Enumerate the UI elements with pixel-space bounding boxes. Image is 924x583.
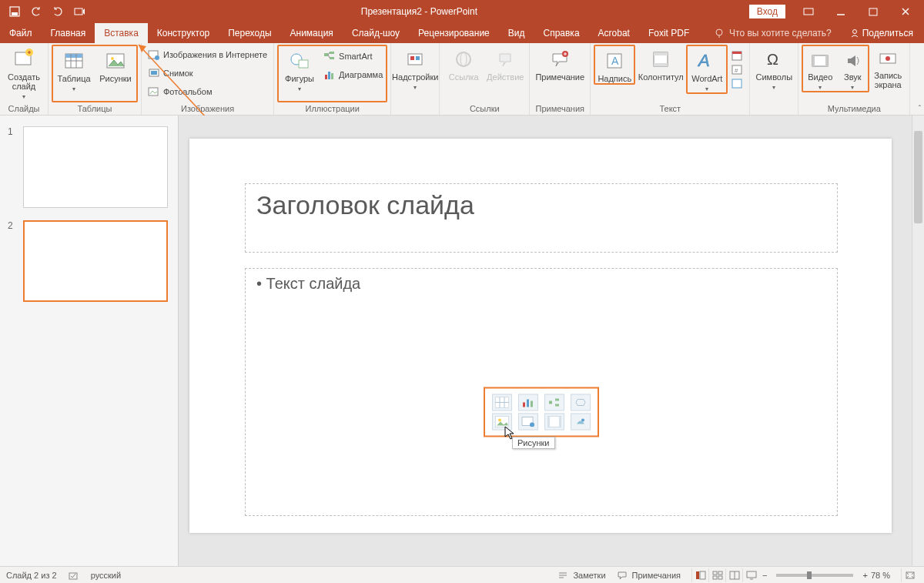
vertical-scrollbar[interactable] (912, 116, 924, 566)
undo-icon[interactable] (26, 2, 46, 22)
symbols-button[interactable]: Ω Символы (753, 45, 795, 91)
comment-button[interactable]: Примечание (533, 45, 587, 82)
slide-thumbnails: 1 2 (0, 116, 179, 566)
new-slide-button[interactable]: Создать слайд (3, 45, 45, 100)
pictures-button[interactable]: Рисунки (95, 46, 136, 83)
tab-animations[interactable]: Анимация (281, 23, 343, 43)
audio-button[interactable]: Звук (837, 46, 868, 91)
object-icon[interactable] (731, 77, 743, 89)
start-from-beginning-icon[interactable] (69, 2, 89, 22)
tab-help[interactable]: Справка (534, 23, 588, 43)
notes-button[interactable]: Заметки (557, 571, 605, 580)
online-pictures-button[interactable]: Изображения в Интернете (148, 46, 267, 63)
table-button[interactable]: Таблица (53, 46, 95, 92)
ribbon-display-icon[interactable] (793, 0, 824, 23)
insert-3d-icon[interactable] (571, 394, 591, 410)
slide-counter[interactable]: Слайд 2 из 2 (6, 571, 57, 580)
slide-number-icon[interactable]: # (731, 63, 743, 75)
shapes-icon (288, 49, 311, 72)
slide-canvas[interactable]: Заголовок слайда Текст слайда (179, 116, 924, 566)
share-button[interactable]: Поделиться (839, 23, 924, 43)
svg-text:A: A (697, 51, 710, 70)
insert-chart-icon[interactable] (518, 394, 538, 410)
collapse-ribbon-icon[interactable]: ˆ (919, 105, 921, 113)
svg-rect-45 (654, 63, 668, 66)
chart-icon (323, 69, 336, 81)
lightbulb-icon (714, 28, 725, 39)
svg-point-73 (530, 422, 534, 427)
tab-review[interactable]: Рецензирование (409, 23, 499, 43)
screenshot-button[interactable]: Снимок (148, 65, 267, 82)
action-icon (494, 48, 517, 71)
minimize-icon[interactable] (825, 0, 856, 23)
date-time-icon[interactable] (731, 49, 743, 62)
svg-rect-28 (330, 52, 334, 54)
insert-smartart-icon[interactable] (544, 394, 564, 410)
svg-rect-64 (523, 402, 525, 407)
tab-slideshow[interactable]: Слайд-шоу (343, 23, 409, 43)
tab-foxit[interactable]: Foxit PDF (639, 23, 698, 43)
status-bar: Слайд 2 из 2 русский Заметки Примечания … (0, 566, 924, 583)
svg-rect-68 (555, 398, 559, 400)
screen-recording-button[interactable]: Запись экрана (869, 45, 906, 89)
header-footer-button[interactable]: Колонтитул (635, 45, 686, 82)
svg-point-57 (886, 56, 890, 61)
normal-view-icon[interactable] (691, 568, 708, 582)
zoom-out-icon[interactable]: − (762, 571, 767, 580)
fit-to-window-icon[interactable] (901, 568, 918, 582)
tab-insert[interactable]: Вставка (95, 23, 148, 43)
thumbnail-2[interactable]: 2 (8, 220, 170, 302)
content-placeholder[interactable]: Текст слайда (245, 268, 838, 516)
language-status[interactable]: русский (91, 571, 121, 580)
insert-table-icon[interactable] (492, 394, 512, 410)
reading-view-icon[interactable] (725, 568, 742, 582)
tab-acrobat[interactable]: Acrobat (589, 23, 639, 43)
insert-video-icon[interactable] (544, 413, 564, 430)
svg-rect-14 (65, 54, 82, 58)
svg-rect-5 (869, 8, 877, 15)
svg-rect-36 (410, 56, 414, 60)
signin-button[interactable]: Вход (749, 5, 785, 18)
chart-button[interactable]: Диаграмма (323, 66, 383, 83)
svg-rect-87 (718, 576, 722, 579)
redo-icon[interactable] (48, 2, 68, 22)
comment-icon (548, 48, 571, 71)
maximize-icon[interactable] (858, 0, 889, 23)
insert-icon-icon[interactable] (571, 413, 591, 430)
comments-button[interactable]: Примечания (617, 571, 681, 580)
svg-rect-84 (713, 571, 717, 575)
symbols-icon: Ω (762, 48, 785, 71)
tab-view[interactable]: Вид (499, 23, 534, 43)
addins-button[interactable]: Надстройки (394, 45, 436, 91)
tab-transitions[interactable]: Переходы (219, 23, 280, 43)
header-footer-icon (649, 48, 672, 71)
svg-rect-69 (555, 404, 559, 406)
smartart-button[interactable]: SmartArt (323, 48, 383, 65)
wordart-button[interactable]: A WordArt (686, 45, 728, 94)
thumbnail-1[interactable]: 1 (8, 126, 170, 208)
tab-file[interactable]: Файл (0, 23, 42, 43)
tab-design[interactable]: Конструктор (148, 23, 219, 43)
title-placeholder[interactable]: Заголовок слайда (245, 183, 838, 253)
shapes-button[interactable]: Фигуры (279, 46, 320, 92)
slide-sorter-icon[interactable] (708, 568, 725, 582)
slideshow-view-icon[interactable] (742, 568, 759, 582)
tab-home[interactable]: Главная (42, 23, 95, 43)
insert-online-pictures-icon[interactable] (518, 413, 538, 430)
svg-point-39 (460, 52, 467, 66)
photo-album-button[interactable]: Фотоальбом (148, 83, 267, 100)
svg-rect-51 (732, 79, 742, 88)
svg-rect-23 (151, 71, 157, 75)
close-icon[interactable] (890, 0, 921, 23)
save-icon[interactable] (5, 2, 25, 22)
zoom-level[interactable]: 78 % (871, 571, 890, 580)
video-button[interactable]: Видео (803, 46, 837, 91)
svg-rect-33 (328, 72, 330, 79)
svg-point-38 (457, 52, 470, 66)
tell-me[interactable]: Что вы хотите сделать? (706, 23, 839, 43)
zoom-in-icon[interactable]: + (862, 571, 867, 580)
spellcheck-icon[interactable] (68, 570, 80, 581)
smartart-icon (323, 50, 336, 62)
textbox-button[interactable]: A Надпись (594, 45, 635, 85)
zoom-slider[interactable] (776, 574, 853, 577)
